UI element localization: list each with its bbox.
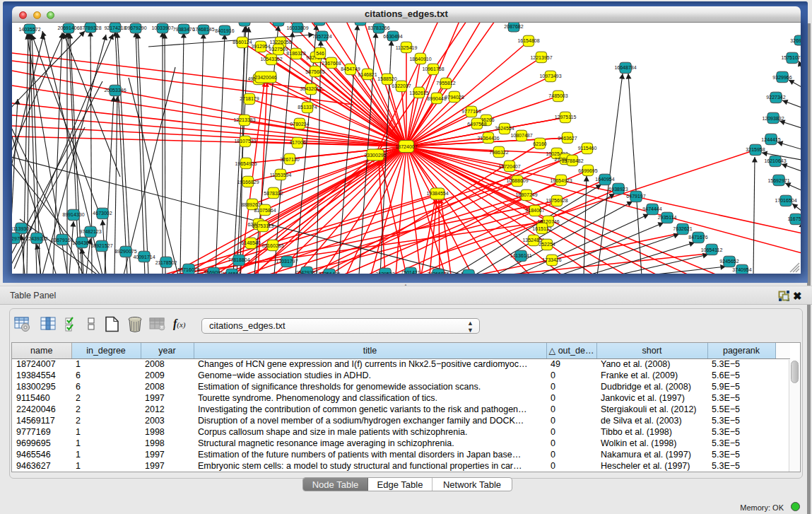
svg-text:9115460: 9115460 [578,146,597,151]
svg-text:7666193: 7666193 [269,23,288,23]
svg-text:10807487: 10807487 [510,133,532,138]
svg-text:252254: 252254 [539,242,555,247]
svg-text:62160: 62160 [533,141,547,146]
svg-text:3267130: 3267130 [280,157,299,162]
svg-text:09679290: 09679290 [124,25,146,30]
svg-text:13788482: 13788482 [561,158,583,163]
svg-text:9184067: 9184067 [525,208,544,213]
svg-text:16210643: 16210643 [764,158,786,163]
svg-text:1588520: 1588520 [377,76,396,81]
svg-text:83679160: 83679160 [51,238,73,243]
svg-text:20053346: 20053346 [104,88,126,93]
svg-text:83783266: 83783266 [367,25,389,30]
svg-text:85753113: 85753113 [252,223,274,228]
svg-text:19166829: 19166829 [237,180,259,185]
svg-text:15720407: 15720407 [498,164,520,169]
svg-text:6148540: 6148540 [241,240,260,245]
svg-text:23300295: 23300295 [364,153,386,158]
svg-text:9669091: 9669091 [204,270,223,274]
svg-text:3100772: 3100772 [351,23,370,23]
svg-text:9794028: 9794028 [445,95,464,100]
svg-text:3639532: 3639532 [375,271,394,274]
svg-text:1362615: 1362615 [409,90,428,95]
svg-text:58921527: 58921527 [90,243,112,248]
svg-text:6938923: 6938923 [608,187,628,192]
svg-text:7986322: 7986322 [489,150,508,155]
svg-text:18807249: 18807249 [515,192,537,197]
svg-text:12975115: 12975115 [555,115,577,119]
svg-text:11353594: 11353594 [270,173,292,177]
svg-text:8471676: 8471676 [688,235,707,240]
svg-text:8660124: 8660124 [233,40,252,45]
svg-text:79383470: 79383470 [172,27,194,32]
svg-text:18724007: 18724007 [395,144,417,149]
svg-text:23420046: 23420046 [254,75,276,80]
svg-text:14136141: 14136141 [510,253,531,258]
svg-text:9245652: 9245652 [719,259,739,264]
svg-text:10033907: 10033907 [151,25,173,30]
svg-text:6479197: 6479197 [626,194,645,199]
svg-text:16648784: 16648784 [614,65,636,70]
svg-text:17031797: 17031797 [276,259,298,264]
svg-text:21178502: 21178502 [155,260,177,265]
svg-text:9777169: 9777169 [461,109,481,114]
svg-text:417006: 417006 [289,140,305,145]
svg-text:17468145: 17468145 [192,27,214,32]
svg-text:97482123: 97482123 [79,229,101,234]
svg-text:87789328: 87789328 [79,25,101,30]
svg-text:10961758: 10961758 [422,66,444,71]
svg-text:2935114: 2935114 [658,215,677,220]
svg-text:1146569: 1146569 [223,271,242,274]
svg-text:3912954: 3912954 [251,44,270,49]
svg-text:2087682: 2087682 [504,24,523,29]
svg-text:7485003: 7485003 [548,93,567,98]
svg-text:21364436: 21364436 [477,136,499,141]
svg-text:11139309: 11139309 [12,226,32,231]
svg-text:3215958: 3215958 [746,147,765,152]
svg-text:18107533: 18107533 [234,139,256,144]
svg-text:97510490: 97510490 [457,273,479,274]
svg-text:10543362: 10543362 [260,57,282,62]
svg-text:15692971: 15692971 [767,178,789,183]
svg-text:12213383: 12213383 [233,117,255,122]
svg-text:9227342: 9227342 [766,95,785,100]
svg-text:20691406: 20691406 [57,25,79,30]
svg-text:5875685: 5875685 [305,69,324,74]
svg-text:7357224: 7357224 [312,34,331,39]
svg-text:10654112: 10654112 [701,247,723,252]
svg-text:7955812: 7955812 [436,81,455,86]
svg-text:8186328: 8186328 [286,51,305,56]
svg-text:17016504: 17016504 [775,198,796,203]
svg-text:77818804: 77818804 [228,257,249,262]
svg-text:6699695: 6699695 [578,168,597,173]
svg-text:12213957: 12213957 [530,55,552,60]
svg-text:7501421: 7501421 [401,270,420,274]
svg-text:8513374: 8513374 [298,105,317,110]
svg-text:16033809: 16033809 [286,25,308,30]
svg-text:89290075: 89290075 [114,249,136,254]
svg-text:1244415: 1244415 [761,137,780,142]
svg-text:92174218: 92174218 [104,25,126,30]
svg-text:2367608: 2367608 [322,61,341,66]
svg-text:9329966: 9329966 [772,75,792,80]
svg-text:22439332: 22439332 [25,236,47,241]
svg-text:9474444: 9474444 [642,206,661,211]
svg-text:6630494: 6630494 [383,34,402,39]
svg-text:6322037: 6322037 [392,83,411,88]
svg-text:81075864: 81075864 [254,208,276,213]
svg-text:10973493: 10973493 [539,74,561,78]
svg-text:30432017: 30432017 [300,86,322,91]
svg-text:8990448: 8990448 [427,96,446,101]
svg-text:1084364: 1084364 [72,240,91,245]
svg-text:59729792: 59729792 [12,236,25,241]
svg-text:4673002: 4673002 [93,211,112,216]
svg-text:10688609: 10688609 [506,178,528,183]
svg-text:51716079: 51716079 [177,267,199,272]
svg-text:03160285: 03160285 [261,243,283,248]
svg-text:40091714: 40091714 [133,255,155,259]
svg-text:12093832: 12093832 [762,116,784,121]
svg-text:2718179: 2718179 [240,96,259,101]
svg-text:3269910: 3269910 [790,38,801,43]
svg-text:8401916: 8401916 [215,28,234,33]
svg-text:0780234: 0780234 [290,122,309,127]
